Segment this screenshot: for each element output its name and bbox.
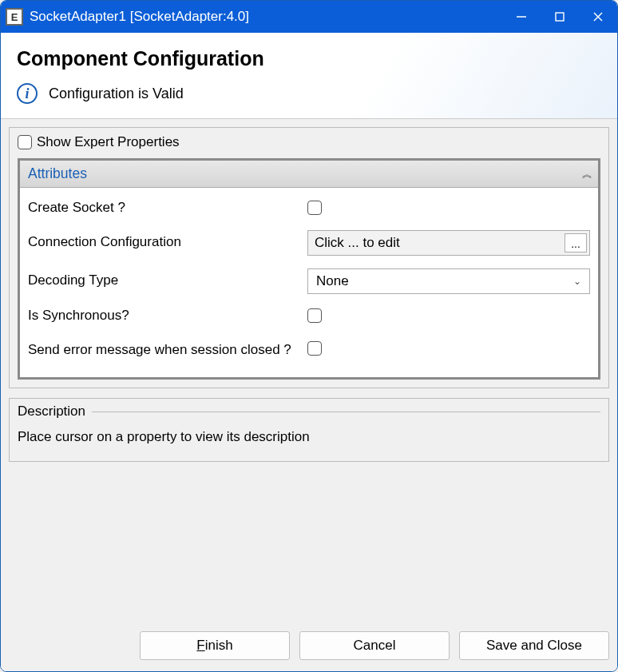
prop-row-decoding-type: Decoding Type None ⌄ [28, 262, 590, 300]
svg-rect-1 [556, 13, 564, 21]
maximize-button[interactable] [541, 1, 579, 33]
chevron-down-icon: ⌄ [573, 276, 581, 287]
properties-container: Show Expert Properties Attributes ︽ Crea… [9, 127, 609, 388]
prop-row-create-socket: Create Socket ? [28, 193, 590, 224]
description-title: Description [18, 404, 600, 420]
titlebar[interactable]: E SocketAdapter1 [SocketAdapter:4.0] [1, 1, 617, 33]
prop-row-is-synchronous: Is Synchronous? [28, 300, 590, 332]
window-title: SocketAdapter1 [SocketAdapter:4.0] [30, 9, 502, 25]
close-button[interactable] [579, 1, 617, 33]
status-row: i Configuration is Valid [17, 83, 601, 104]
connection-config-edit-button[interactable]: ... [565, 233, 587, 252]
attributes-header[interactable]: Attributes ︽ [20, 161, 598, 188]
content-area: Show Expert Properties Attributes ︽ Crea… [1, 119, 617, 620]
cancel-button[interactable]: Cancel [299, 631, 450, 660]
header-panel: Component Configuration i Configuration … [1, 33, 617, 119]
prop-label: Decoding Type [28, 272, 307, 290]
attributes-body: Create Socket ? Connection Configuration… [20, 188, 598, 377]
is-synchronous-checkbox[interactable] [307, 308, 322, 323]
prop-label: Is Synchronous? [28, 307, 307, 325]
prop-row-send-error: Send error message when session closed ? [28, 332, 590, 366]
app-icon: E [6, 8, 23, 26]
connection-config-field[interactable]: Click ... to edit ... [307, 230, 590, 256]
prop-label: Connection Configuration [28, 233, 307, 252]
info-icon: i [17, 83, 38, 104]
prop-row-connection-config: Connection Configuration Click ... to ed… [28, 224, 590, 262]
decoding-type-select[interactable]: None ⌄ [307, 268, 590, 294]
status-text: Configuration is Valid [49, 85, 184, 102]
expert-properties-checkbox[interactable] [18, 135, 32, 149]
dialog-window: E SocketAdapter1 [SocketAdapter:4.0] Com… [0, 0, 618, 672]
create-socket-checkbox[interactable] [307, 201, 322, 215]
page-title: Component Configuration [17, 47, 601, 70]
description-panel: Description Place cursor on a property t… [9, 398, 609, 462]
save-and-close-button[interactable]: Save and Close [459, 631, 609, 660]
minimize-button[interactable] [502, 1, 541, 33]
expert-properties-label: Show Expert Properties [37, 134, 180, 150]
prop-label: Send error message when session closed ? [28, 341, 307, 360]
send-error-checkbox[interactable] [307, 341, 322, 356]
prop-label: Create Socket ? [28, 199, 307, 217]
expert-properties-row: Show Expert Properties [18, 134, 600, 150]
decoding-type-value: None [316, 273, 349, 289]
finish-button[interactable]: Finish [140, 631, 290, 660]
description-body: Place cursor on a property to view its d… [18, 420, 600, 445]
collapse-icon: ︽ [582, 167, 590, 181]
connection-config-value: Click ... to edit [308, 231, 562, 255]
button-bar: Finish Cancel Save and Close [1, 620, 617, 671]
attributes-panel: Attributes ︽ Create Socket ? Connection … [18, 158, 600, 380]
attributes-title: Attributes [28, 165, 87, 182]
